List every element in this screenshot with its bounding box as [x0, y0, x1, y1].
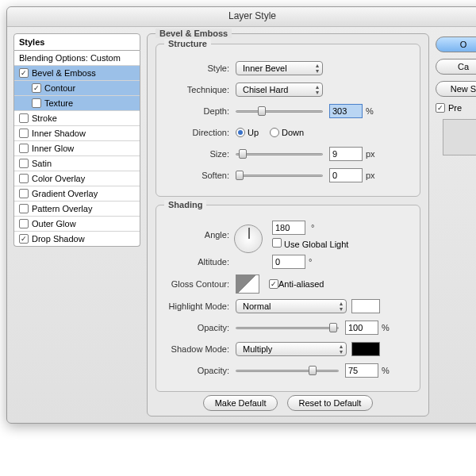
- technique-select[interactable]: Chisel Hard▴▾: [236, 83, 323, 97]
- highlight-opacity-input[interactable]: [345, 321, 378, 335]
- shadow-color-swatch[interactable]: [351, 342, 380, 356]
- depth-input[interactable]: [329, 104, 363, 118]
- soften-label: Soften:: [164, 171, 236, 180]
- checkbox-icon[interactable]: [32, 83, 41, 93]
- depth-slider[interactable]: [236, 106, 323, 117]
- chevron-updown-icon: ▴▾: [340, 344, 343, 355]
- sidebar-item-stroke[interactable]: Stroke: [14, 111, 140, 126]
- gloss-contour-label: Gloss Contour:: [164, 279, 236, 289]
- checkbox-icon[interactable]: [19, 144, 29, 153]
- cancel-button[interactable]: Ca: [436, 59, 476, 75]
- checkbox-icon[interactable]: [19, 113, 29, 123]
- checkbox-icon[interactable]: [19, 204, 29, 213]
- direction-label: Direction:: [164, 128, 236, 137]
- altitude-label: Altitude:: [164, 257, 236, 267]
- technique-label: Technique:: [164, 85, 236, 94]
- altitude-input[interactable]: [272, 255, 305, 269]
- bevel-emboss-panel: Bevel & Emboss Structure Style: Inner Be…: [147, 33, 429, 416]
- size-label: Size:: [164, 149, 236, 159]
- chevron-updown-icon: ▴▾: [340, 301, 343, 312]
- ok-button[interactable]: O: [436, 36, 476, 52]
- reset-default-button[interactable]: Reset to Default: [287, 395, 374, 411]
- sidebar-item-outer-glow[interactable]: Outer Glow: [14, 217, 140, 232]
- preview-checkbox[interactable]: [436, 103, 445, 113]
- sidebar-item-gradient-overlay[interactable]: Gradient Overlay: [14, 186, 140, 202]
- depth-label: Depth:: [164, 106, 236, 116]
- checkbox-icon[interactable]: [19, 234, 29, 244]
- shading-group: Shading Angle: ° Use Global Light Altitu…: [155, 205, 420, 392]
- structure-group: Structure Style: Inner Bevel▴▾ Technique…: [155, 44, 420, 197]
- highlight-mode-label: Highlight Mode:: [164, 301, 236, 311]
- highlight-mode-select[interactable]: Normal▴▾: [236, 299, 347, 313]
- depth-unit: %: [366, 106, 374, 116]
- preview-thumbnail: [443, 119, 476, 155]
- global-light-checkbox[interactable]: [272, 238, 282, 248]
- checkbox-icon[interactable]: [19, 219, 29, 228]
- angle-dial[interactable]: [234, 225, 263, 253]
- checkbox-icon[interactable]: [19, 159, 29, 168]
- shadow-opacity-slider[interactable]: [236, 365, 339, 376]
- make-default-button[interactable]: Make Default: [203, 395, 278, 411]
- sidebar-item-drop-shadow[interactable]: Drop Shadow: [14, 232, 140, 246]
- gloss-contour-picker[interactable]: [236, 274, 259, 294]
- sidebar-item-pattern-overlay[interactable]: Pattern Overlay: [14, 202, 140, 217]
- styles-sidebar: Styles Blending Options: Custom Bevel & …: [13, 33, 140, 416]
- chevron-updown-icon: ▴▾: [316, 84, 319, 95]
- shading-legend: Shading: [164, 200, 206, 209]
- sidebar-item-satin[interactable]: Satin: [14, 156, 140, 171]
- direction-down-radio[interactable]: [270, 128, 279, 137]
- angle-input[interactable]: [272, 221, 305, 235]
- shadow-opacity-input[interactable]: [345, 363, 378, 378]
- size-unit: px: [366, 149, 375, 159]
- style-select[interactable]: Inner Bevel▴▾: [236, 61, 323, 75]
- angle-label: Angle:: [164, 230, 236, 240]
- window-title: Layer Style: [7, 7, 476, 27]
- size-slider[interactable]: [236, 148, 323, 159]
- structure-legend: Structure: [164, 39, 211, 48]
- soften-input[interactable]: [329, 168, 363, 182]
- sidebar-item-bevel-emboss[interactable]: Bevel & Emboss: [14, 66, 140, 81]
- highlight-opacity-slider[interactable]: [236, 322, 339, 333]
- checkbox-icon[interactable]: [19, 68, 29, 78]
- checkbox-icon[interactable]: [19, 129, 29, 138]
- shadow-opacity-label: Opacity:: [164, 366, 236, 375]
- sidebar-item-inner-glow[interactable]: Inner Glow: [14, 141, 140, 156]
- sidebar-item-contour[interactable]: Contour: [14, 81, 140, 96]
- style-label: Style:: [164, 63, 236, 73]
- checkbox-icon[interactable]: [19, 189, 29, 198]
- checkbox-icon[interactable]: [19, 174, 29, 183]
- size-input[interactable]: [329, 147, 363, 161]
- soften-slider[interactable]: [236, 170, 323, 181]
- antialiased-checkbox[interactable]: [269, 279, 278, 289]
- sidebar-item-color-overlay[interactable]: Color Overlay: [14, 171, 140, 186]
- shadow-mode-label: Shadow Mode:: [164, 344, 236, 354]
- right-column: O Ca New S Pre: [436, 33, 476, 416]
- new-style-button[interactable]: New S: [436, 81, 476, 97]
- sidebar-item-inner-shadow[interactable]: Inner Shadow: [14, 126, 140, 141]
- chevron-updown-icon: ▴▾: [316, 63, 319, 74]
- direction-up-radio[interactable]: [236, 128, 245, 137]
- shadow-mode-select[interactable]: Multiply▴▾: [236, 342, 347, 356]
- styles-header[interactable]: Styles: [13, 33, 140, 51]
- soften-unit: px: [366, 171, 375, 180]
- highlight-color-swatch[interactable]: [351, 299, 380, 313]
- sidebar-item-texture[interactable]: Texture: [14, 96, 140, 111]
- panel-title: Bevel & Emboss: [155, 29, 232, 38]
- checkbox-icon[interactable]: [32, 98, 41, 108]
- highlight-opacity-label: Opacity:: [164, 323, 236, 332]
- blending-options-row[interactable]: Blending Options: Custom: [14, 51, 140, 66]
